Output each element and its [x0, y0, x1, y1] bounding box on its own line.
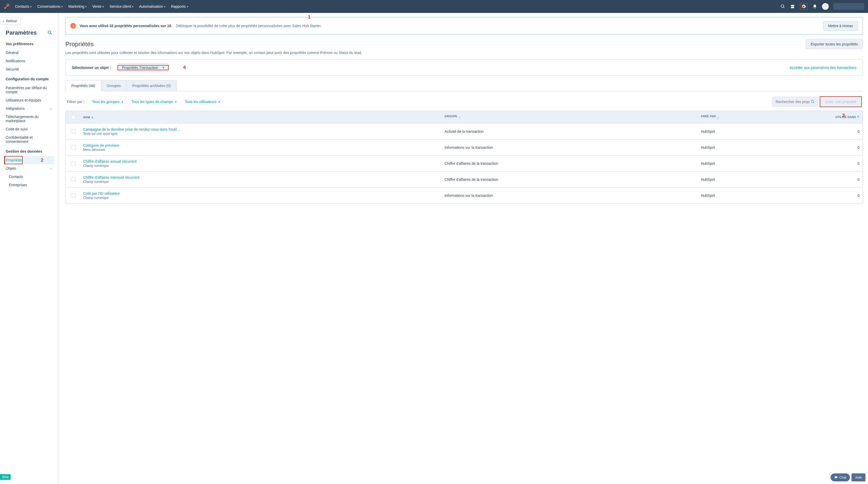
row-checkbox[interactable] — [71, 193, 76, 198]
property-type: Champ numérique — [83, 164, 137, 168]
property-used-in: 0 — [829, 158, 863, 169]
property-created-by: HubSpot — [699, 158, 829, 169]
table-row: Chiffre d'affaires mensuel récurrentCham… — [66, 171, 863, 188]
caret-down-icon: ▼ — [162, 66, 165, 69]
property-name-link[interactable]: Chiffre d'affaires mensuel récurrent — [83, 175, 140, 180]
filter-field-types[interactable]: Tous les types de champs▼ — [131, 100, 177, 104]
sidebar-title: Paramètres — [6, 29, 37, 36]
alert-title: Vous avez utilisé 32 propriétés personna… — [80, 24, 172, 28]
sidebar-item[interactable]: Objets⌄ — [0, 164, 58, 172]
svg-point-4 — [48, 31, 51, 34]
row-checkbox[interactable] — [71, 129, 76, 134]
page-title: Propriétés — [65, 40, 94, 48]
property-used-in: 0 — [829, 190, 863, 201]
hubspot-logo-icon[interactable] — [4, 3, 10, 9]
help-label: Aide — [855, 476, 862, 479]
nav-right — [780, 3, 864, 10]
property-search-input[interactable] — [775, 99, 811, 104]
property-name-link[interactable]: Créé par l'ID utilisateur — [83, 191, 120, 195]
chevron-down-icon: ▾ — [61, 5, 63, 8]
object-select[interactable]: Propriétés Transaction ▼ — [118, 63, 168, 72]
table-row: Campagne de la dernière prise de rendez-… — [66, 124, 863, 139]
sort-asc-icon: ▲ — [91, 116, 94, 118]
property-used-in: 0 — [829, 126, 863, 137]
table-row: Créé par l'ID utilisateurChamp numérique… — [66, 188, 863, 203]
nav-item[interactable]: Marketing▾ — [68, 4, 87, 8]
nav-item[interactable]: Contacts▾ — [15, 4, 32, 8]
nav-item[interactable]: Vente▾ — [92, 4, 104, 8]
row-checkbox[interactable] — [71, 161, 76, 166]
sidebar-item[interactable]: Sécurité — [0, 65, 58, 73]
sidebar-item[interactable]: Entreprises — [0, 181, 58, 189]
property-group: Activité de la transaction — [442, 126, 699, 137]
tab[interactable]: Propriétés (46) — [65, 80, 101, 91]
chat-label: Chat — [839, 476, 846, 479]
property-search[interactable] — [772, 97, 817, 107]
alert-subtitle: Débloquer la possibilité de créer plus d… — [176, 24, 321, 28]
sidebar-item[interactable]: Contacts — [0, 172, 58, 181]
sidebar-section-heading: Configuration du compte — [6, 77, 52, 81]
chat-icon — [834, 476, 838, 479]
property-used-in: 0 — [829, 142, 863, 153]
export-button[interactable]: Exporter toutes les propriétés — [806, 39, 863, 49]
sidebar-item[interactable]: Intégrations⌄ — [0, 104, 58, 112]
sidebar-item[interactable]: Confidentialité et consentement — [0, 133, 58, 146]
col-used-in-header[interactable]: UTILISÉ DANS ▲▼ — [829, 111, 863, 123]
select-all-checkbox[interactable] — [71, 115, 76, 120]
gear-icon[interactable] — [801, 4, 806, 9]
filter-groups[interactable]: Tous les groupes▼ — [92, 100, 124, 104]
chat-pill[interactable]: Chat — [831, 474, 850, 481]
nav-item[interactable]: Automatisation▾ — [139, 4, 165, 8]
sidebar-item[interactable]: Général — [0, 49, 58, 57]
tab[interactable]: Propriétés archivées (0) — [126, 80, 177, 91]
create-property-button[interactable]: Créer une propriété — [820, 97, 861, 107]
beta-badge[interactable]: Bêta — [0, 474, 10, 480]
filter-users[interactable]: Tous les utilisateurs▼ — [185, 100, 220, 104]
help-pill[interactable]: Aide — [851, 474, 865, 481]
col-created-by-header[interactable]: CRÉÉ PAR ▲▼ — [699, 111, 829, 123]
upgrade-button[interactable]: Mettre à niveau — [823, 21, 858, 31]
sidebar-item[interactable]: Utilisateurs et équipes — [0, 96, 58, 104]
property-name-link[interactable]: Chiffre d'affaires annuel récurrent — [83, 159, 137, 163]
sort-icon: ▲▼ — [717, 116, 719, 120]
object-settings-link[interactable]: Accéder aux paramètres des transactions — [790, 66, 857, 70]
sidebar-item[interactable]: Propriétés — [4, 156, 54, 164]
chevron-down-icon: ▾ — [164, 5, 165, 8]
avatar[interactable] — [822, 3, 829, 10]
nav-item[interactable]: Conversations▾ — [37, 4, 63, 8]
property-created-by: HubSpot — [699, 126, 829, 137]
row-checkbox[interactable] — [71, 177, 76, 182]
sidebar-item[interactable]: Code de suivi — [0, 125, 58, 133]
back-button[interactable]: ‹ Retour — [0, 17, 21, 25]
sort-icon: ▲▼ — [458, 116, 461, 120]
top-nav: Contacts▾Conversations▾Marketing▾Vente▾S… — [0, 0, 868, 13]
account-menu[interactable] — [833, 3, 864, 10]
col-group-header[interactable]: GROUPE ▲▼ — [442, 111, 699, 123]
svg-line-5 — [51, 33, 52, 34]
nav-item[interactable]: Rapports▾ — [171, 4, 188, 8]
upgrade-alert: ↑ Vous avez utilisé 32 propriétés person… — [65, 17, 863, 35]
nav-item[interactable]: Service client▾ — [110, 4, 133, 8]
sidebar-item[interactable]: Téléchargements du marketplace — [0, 112, 58, 125]
main-content: ↑ Vous avez utilisé 32 propriétés person… — [58, 13, 868, 484]
properties-table: NOM▲ GROUPE ▲▼ CRÉÉ PAR ▲▼ UTILISÉ DANS … — [65, 111, 863, 204]
row-checkbox[interactable] — [71, 145, 76, 150]
notifications-icon[interactable] — [812, 4, 817, 9]
search-icon[interactable] — [780, 4, 785, 9]
sidebar-search-icon[interactable] — [48, 30, 52, 36]
sidebar-section: Vos préférences — [0, 38, 58, 46]
property-type: Menu déroulant — [83, 148, 119, 152]
nav-items: Contacts▾Conversations▾Marketing▾Vente▾S… — [15, 4, 188, 8]
sidebar-item[interactable]: Paramètres par défaut du compte — [0, 84, 58, 96]
property-name-link[interactable]: Catégorie de prévision — [83, 143, 119, 148]
col-name-header[interactable]: NOM▲ — [81, 112, 442, 122]
object-selector-row: Sélectionner un objet : Propriétés Trans… — [65, 59, 863, 76]
sidebar-section-heading: Gestion des données — [6, 149, 52, 153]
filter-row: Filtrer par : Tous les groupes▼ Tous les… — [65, 91, 863, 111]
tab[interactable]: Groupes — [101, 80, 127, 91]
sidebar-item[interactable]: Notifications — [0, 57, 58, 65]
marketplace-icon[interactable] — [790, 4, 795, 9]
table-header: NOM▲ GROUPE ▲▼ CRÉÉ PAR ▲▼ UTILISÉ DANS … — [66, 111, 863, 124]
property-name-link[interactable]: Campagne de la dernière prise de rendez-… — [83, 127, 181, 131]
sidebar-section: Configuration du compte — [0, 73, 58, 81]
